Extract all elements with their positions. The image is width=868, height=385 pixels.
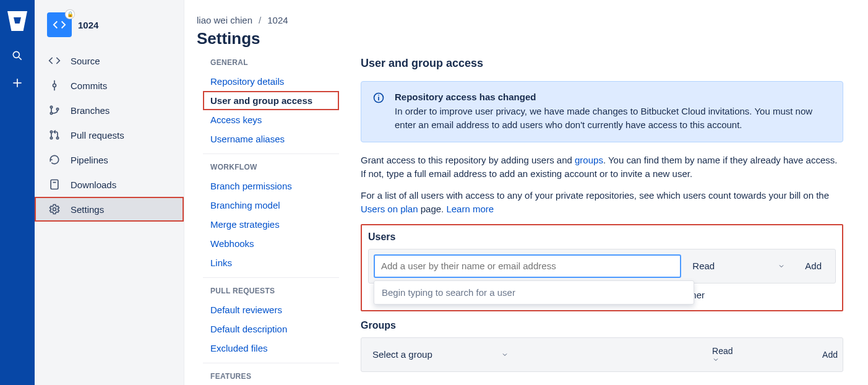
learn-more-link[interactable]: Learn more [446, 204, 494, 214]
subnav-group-workflow: WORKFLOW [203, 154, 339, 176]
groups-title: Groups [361, 320, 843, 331]
svg-point-0 [13, 51, 19, 58]
repo-header: 🔒 1024 [35, 12, 184, 48]
chevron-down-icon [501, 351, 509, 358]
nav-commits[interactable]: Commits [35, 73, 184, 98]
svg-point-15 [53, 208, 56, 211]
subnav-user-group-access[interactable]: User and group access [203, 91, 339, 110]
banner-title: Repository access has changed [395, 92, 831, 102]
nav-branches[interactable]: Branches [35, 98, 184, 123]
nav-pull-requests[interactable]: Pull requests [35, 123, 184, 147]
nav-label: Settings [71, 204, 104, 215]
search-icon[interactable] [10, 48, 25, 63]
chevron-down-icon [778, 262, 785, 270]
banner-body: In order to improve user privacy, we hav… [395, 105, 831, 132]
svg-point-18 [378, 95, 379, 96]
add-user-row: Read Add Begin typing to search for a us… [368, 249, 836, 283]
subnav-group-features: FEATURES [203, 363, 339, 385]
nav-downloads[interactable]: Downloads [35, 172, 184, 197]
svg-rect-13 [51, 180, 58, 189]
owner-role-label: owner [679, 290, 828, 300]
info-banner: Repository access has changed In order t… [361, 81, 843, 142]
users-on-plan-link[interactable]: Users on plan [361, 204, 418, 214]
nav-pipelines[interactable]: Pipelines [35, 147, 184, 172]
settings-content: User and group access Repository access … [345, 57, 843, 385]
subnav-webhooks[interactable]: Webhooks [203, 234, 339, 253]
user-search-hint: Begin typing to search for a user [374, 280, 694, 305]
repo-sidebar: 🔒 1024 Source Commits Branches Pull requ… [35, 0, 184, 385]
pipelines-icon [47, 152, 62, 167]
subnav-group-pullrequests: PULL REQUESTS [203, 277, 339, 300]
settings-subnav: GENERAL Repository details User and grou… [197, 57, 345, 385]
add-group-button[interactable]: Add [822, 350, 838, 360]
downloads-icon [47, 177, 62, 192]
lock-icon: 🔒 [66, 10, 74, 19]
svg-point-11 [50, 137, 52, 139]
breadcrumb-repo[interactable]: 1024 [267, 15, 288, 25]
subnav-excluded-files[interactable]: Excluded files [203, 339, 339, 358]
select-value: Select a group [372, 349, 432, 360]
svg-line-1 [19, 58, 22, 60]
select-value: Read [712, 346, 733, 356]
group-select[interactable]: Select a group [366, 343, 515, 366]
groups-link[interactable]: groups [575, 155, 603, 165]
subnav-default-reviewers[interactable]: Default reviewers [203, 300, 339, 319]
user-permission-select[interactable]: Read [686, 254, 791, 278]
subnav-links[interactable]: Links [203, 253, 339, 272]
nav-label: Source [71, 56, 100, 66]
pull-request-icon [47, 128, 62, 142]
svg-point-7 [50, 106, 52, 108]
chevron-down-icon [712, 356, 817, 363]
repo-name: 1024 [78, 20, 98, 30]
nav-label: Commits [71, 80, 107, 91]
svg-point-8 [50, 112, 52, 114]
users-section: Users Read Add Begin typing to search fo… [361, 224, 843, 311]
select-value: Read [692, 261, 715, 271]
group-permission-select[interactable]: Read [712, 346, 817, 363]
subnav-branch-permissions[interactable]: Branch permissions [203, 176, 339, 196]
section-title: User and group access [361, 57, 843, 70]
nav-label: Pipelines [71, 155, 108, 165]
breadcrumb: liao wei chien / 1024 [197, 15, 843, 25]
subnav-group-general: GENERAL [203, 57, 339, 72]
info-icon [372, 92, 385, 132]
source-icon [47, 53, 62, 68]
code-icon [53, 18, 66, 32]
main-area: liao wei chien / 1024 Settings GENERAL R… [184, 0, 868, 385]
subnav-default-description[interactable]: Default description [203, 319, 339, 339]
breadcrumb-separator: / [259, 15, 261, 25]
grant-access-text: Grant access to this repository by addin… [361, 154, 843, 181]
users-on-plan-text: For a list of all users with access to a… [361, 189, 843, 217]
branches-icon [47, 103, 62, 118]
svg-point-10 [50, 131, 52, 132]
add-group-row: Select a group Read Add [361, 337, 843, 372]
settings-icon [47, 202, 62, 217]
nav-source[interactable]: Source [35, 48, 184, 73]
breadcrumb-owner[interactable]: liao wei chien [197, 15, 252, 25]
svg-point-9 [56, 108, 58, 110]
nav-label: Downloads [71, 180, 116, 190]
bitbucket-logo[interactable] [7, 11, 27, 31]
repo-avatar[interactable]: 🔒 [47, 12, 72, 37]
subnav-username-aliases[interactable]: Username aliases [203, 129, 339, 149]
global-nav-rail [0, 0, 35, 385]
commits-icon [47, 78, 62, 93]
subnav-branching-model[interactable]: Branching model [203, 196, 339, 215]
plus-icon[interactable] [10, 76, 25, 90]
svg-point-12 [56, 137, 58, 139]
users-title: Users [368, 231, 836, 243]
add-user-input[interactable] [374, 254, 681, 278]
add-user-button[interactable]: Add [796, 254, 830, 278]
page-title: Settings [197, 29, 843, 48]
nav-label: Branches [71, 105, 110, 116]
nav-settings[interactable]: Settings [35, 197, 184, 222]
svg-point-4 [53, 84, 56, 87]
subnav-access-keys[interactable]: Access keys [203, 110, 339, 129]
subnav-merge-strategies[interactable]: Merge strategies [203, 215, 339, 234]
nav-label: Pull requests [71, 130, 124, 141]
subnav-repository-details[interactable]: Repository details [203, 72, 339, 91]
